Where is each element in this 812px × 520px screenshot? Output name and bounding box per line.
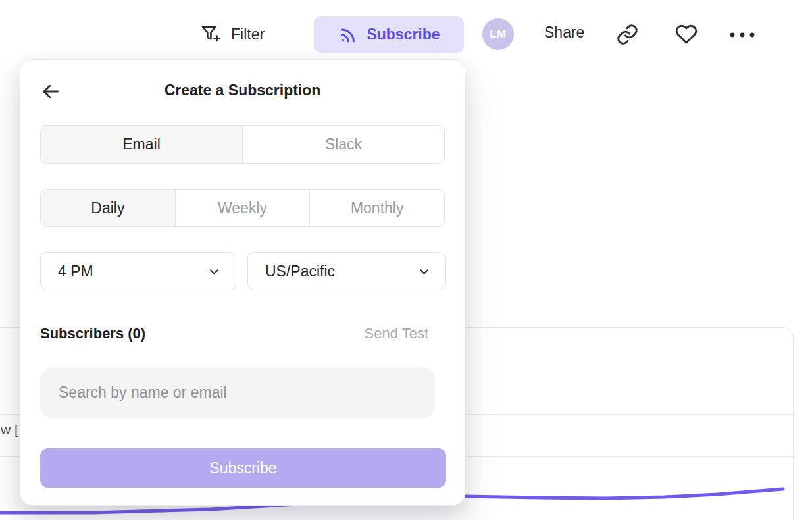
subscribe-submit-button[interactable]: Subscribe [40, 448, 446, 488]
send-test-link[interactable]: Send Test [365, 325, 428, 342]
more-options-button[interactable] [728, 26, 757, 42]
timezone-select-value: US/Pacific [265, 263, 335, 280]
chevron-down-icon [207, 265, 221, 278]
heart-icon [675, 23, 698, 45]
frequency-tabs: Daily Weekly Monthly [40, 189, 445, 227]
tab-weekly[interactable]: Weekly [175, 190, 310, 226]
subscribers-row: Subscribers (0) Send Test [40, 325, 428, 342]
tab-daily[interactable]: Daily [41, 190, 175, 226]
channel-tabs: Email Slack [40, 125, 445, 164]
chevron-down-icon [417, 265, 431, 278]
share-label: Share [544, 24, 584, 41]
tab-monthly[interactable]: Monthly [309, 190, 444, 226]
subscriber-search-input[interactable] [59, 384, 417, 402]
subscribers-count-label: Subscribers (0) [40, 325, 145, 342]
timezone-select[interactable]: US/Pacific [247, 252, 446, 290]
link-icon [616, 23, 639, 46]
toolbar: Filter Subscribe LM Share [0, 0, 812, 68]
more-icon [728, 26, 757, 42]
tab-email[interactable]: Email [41, 126, 242, 163]
popover-header: Create a Subscription [20, 82, 465, 99]
filter-plus-icon [199, 23, 222, 45]
filter-button[interactable]: Filter [199, 20, 265, 49]
rss-icon [338, 25, 357, 45]
page: w [ Filter Subscribe LM Share [0, 0, 812, 520]
favorite-button[interactable] [675, 23, 698, 45]
create-subscription-popover: Create a Subscription Email Slack Daily … [20, 59, 465, 506]
avatar-initials: LM [490, 28, 507, 41]
subscribe-label: Subscribe [367, 26, 440, 43]
time-select[interactable]: 4 PM [40, 252, 236, 290]
clipped-background-text: w [ [1, 422, 18, 438]
subscriber-search-box [40, 367, 435, 418]
popover-title: Create a Subscription [165, 82, 321, 99]
user-avatar[interactable]: LM [482, 18, 514, 50]
copy-link-button[interactable] [616, 23, 639, 46]
time-select-value: 4 PM [58, 263, 93, 280]
filter-label: Filter [231, 26, 265, 43]
share-button[interactable]: Share [544, 24, 584, 41]
tab-slack[interactable]: Slack [242, 126, 444, 163]
subscribe-button[interactable]: Subscribe [314, 16, 464, 53]
